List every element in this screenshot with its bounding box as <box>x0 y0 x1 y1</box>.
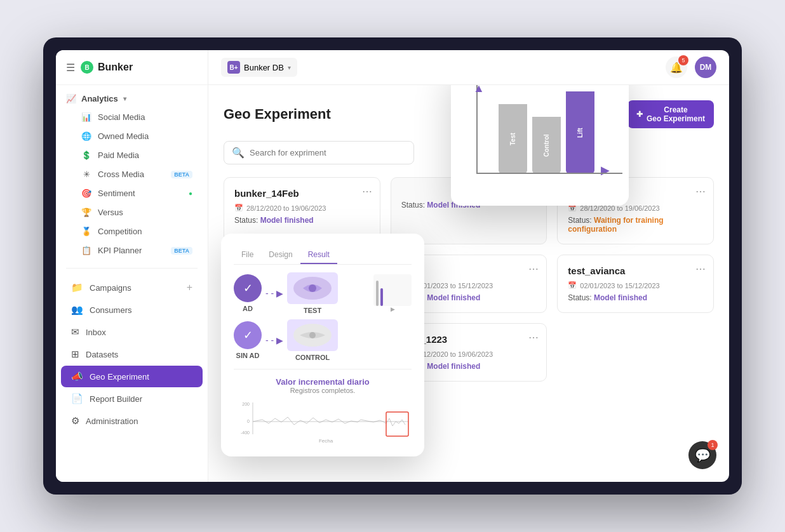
svg-point-3 <box>309 284 316 292</box>
paid-media-icon: 💲 <box>81 150 91 160</box>
geo-experiment-icon: 📣 <box>71 371 83 382</box>
mini-chart-area <box>373 274 412 306</box>
main-content: B+ Bunker DB ▾ 🔔 5 DM Geo Experiment ✚ <box>208 50 729 482</box>
divider <box>66 268 198 269</box>
analytics-section-header[interactable]: 📈 Analytics ▾ <box>56 90 208 107</box>
control-map <box>287 319 338 351</box>
tab-result[interactable]: Result <box>300 246 337 264</box>
competition-icon: 🏅 <box>81 227 91 236</box>
sinad-label: SIN AD <box>236 352 260 359</box>
page-content: Geo Experiment ✚ CreateGeo Experiment 🔍 … <box>208 85 729 482</box>
sidebar-item-report-builder[interactable]: 📄 Report Builder <box>61 388 203 409</box>
bar-test: Test <box>499 104 527 174</box>
sidebar-item-paid-media[interactable]: 💲 Paid Media <box>61 146 203 164</box>
status-value-test: Model finished <box>427 293 480 302</box>
sidebar-item-administration[interactable]: ⚙ Administration <box>61 410 203 432</box>
chart-icon: 📈 <box>66 94 76 103</box>
sidebar-item-owned-media[interactable]: 🌐 Owned Media <box>61 127 203 145</box>
sidebar-item-datasets[interactable]: ⊞ Datasets <box>61 343 203 365</box>
notification-button[interactable]: 🔔 5 <box>666 57 687 78</box>
logo-area: B Bunker <box>80 60 133 74</box>
ad-circle-col: ✓ AD <box>234 274 262 312</box>
chat-badge: 1 <box>708 440 718 450</box>
svg-point-5 <box>309 332 316 338</box>
campaigns-icon: 📁 <box>71 282 83 293</box>
cross-media-icon: ✳ <box>81 170 91 179</box>
sinad-circle-icon: ✓ <box>234 321 262 349</box>
card-status: Status: Model finished <box>234 216 370 225</box>
calendar-icon: 📅 <box>234 204 243 212</box>
notification-badge: 5 <box>678 55 688 65</box>
sidebar-item-consumers[interactable]: 👥 Consumers <box>61 299 203 321</box>
arrow-dots-2: - - ▶ <box>265 335 283 345</box>
svg-text:200: 200 <box>242 402 250 406</box>
sidebar-item-inbox[interactable]: ✉ Inbox <box>61 321 203 343</box>
add-campaign-icon[interactable]: + <box>187 282 192 293</box>
search-input[interactable] <box>250 148 406 157</box>
inbox-icon: ✉ <box>71 326 79 338</box>
sidebar-item-kpi-planner[interactable]: 📋 KPI Planner BETA <box>61 241 203 260</box>
tab-design[interactable]: Design <box>261 246 300 264</box>
mini-chart-top: ▶ <box>373 274 412 312</box>
status-value-a1: Waiting for training configuration <box>568 216 663 234</box>
datasets-icon: ⊞ <box>71 349 79 360</box>
plus-icon: ✚ <box>636 110 643 119</box>
card-menu-icon[interactable]: ⋯ <box>362 185 372 197</box>
svg-text:Fecha: Fecha <box>319 438 333 444</box>
geo-experiment-label: Geo Experiment <box>90 372 149 382</box>
sidebar-item-geo-experiment[interactable]: 📣 Geo Experiment <box>61 366 203 387</box>
report-builder-label: Report Builder <box>90 394 142 404</box>
card-status-a1: Status: Waiting for training configurati… <box>568 216 703 234</box>
y-axis-arrow: ▲ <box>473 85 485 95</box>
sidebar: ☰ B Bunker 📈 Analytics ▾ 📊 <box>56 50 208 482</box>
sidebar-item-label: Sentiment <box>98 189 182 198</box>
app-window: ☰ B Bunker 📈 Analytics ▾ 📊 <box>56 50 729 482</box>
sidebar-item-versus[interactable]: 🏆 Versus <box>61 203 203 222</box>
sidebar-item-sentiment[interactable]: 🎯 Sentiment ● <box>61 184 203 203</box>
analytics-section: 📈 Analytics ▾ 📊 Social Media 🌐 Owned Med… <box>56 85 208 265</box>
chart-title: Valor incremental diario <box>234 377 412 387</box>
card-menu-a1[interactable]: ⋯ <box>695 185 706 197</box>
sidebar-item-competition[interactable]: 🏅 Competition <box>61 222 203 241</box>
sidebar-item-social-media[interactable]: 📊 Social Media <box>61 108 203 126</box>
card-menu-test[interactable]: ⋯ <box>528 263 539 275</box>
diagram-row-sinad: ✓ SIN AD - - ▶ <box>234 319 412 361</box>
arrow-dots: - - ▶ <box>265 288 283 298</box>
bunker-logo-icon: B <box>80 60 94 74</box>
card-title: bunker_14Feb <box>234 188 370 199</box>
svg-text:B: B <box>84 64 89 71</box>
popup-chart-bottom: Valor incremental diario Registros compl… <box>234 369 412 444</box>
svg-text:-400: -400 <box>241 430 250 435</box>
card-date-avianca: 📅 02/01/2023 to 15/12/2023 <box>568 281 703 289</box>
popup-diagram: File Design Result ✓ AD - - ▶ <box>221 234 424 456</box>
administration-label: Administration <box>86 416 138 426</box>
card-menu-feb9[interactable]: ⋯ <box>528 331 539 343</box>
test-map-label: TEST <box>304 307 321 314</box>
chart-subtitle: Registros completos. <box>234 387 412 394</box>
administration-icon: ⚙ <box>71 415 79 427</box>
create-geo-experiment-button[interactable]: ✚ CreateGeo Experiment <box>627 100 714 128</box>
sidebar-item-campaigns[interactable]: 📁 Campaigns + <box>61 277 203 298</box>
x-axis-arrow: ▶ <box>601 163 610 177</box>
bar-control: Control <box>532 117 561 174</box>
db-selector[interactable]: B+ Bunker DB ▾ <box>221 58 297 77</box>
status-value-feb9: Model finished <box>427 362 480 371</box>
owned-media-icon: 🌐 <box>81 131 91 141</box>
card-status-avianca: Status: Model finished <box>568 293 703 302</box>
sidebar-header: ☰ B Bunker <box>56 50 208 85</box>
tab-file[interactable]: File <box>234 246 261 264</box>
status-value: Model finished <box>260 216 314 225</box>
consumers-icon: 👥 <box>71 304 83 316</box>
user-avatar[interactable]: DM <box>695 57 716 78</box>
control-map-col: CONTROL <box>287 319 338 361</box>
hamburger-icon[interactable]: ☰ <box>66 62 75 74</box>
page-title: Geo Experiment <box>224 106 331 123</box>
sidebar-item-label: Paid Media <box>98 150 192 160</box>
versus-icon: 🏆 <box>81 208 91 217</box>
card-menu-avianca[interactable]: ⋯ <box>695 263 706 275</box>
consumers-label: Consumers <box>90 305 131 315</box>
kpi-planner-icon: 📋 <box>81 246 91 255</box>
sidebar-item-cross-media[interactable]: ✳ Cross Media BETA <box>61 165 203 183</box>
bar-lift: Lift <box>566 91 594 174</box>
chat-button[interactable]: 💬 1 <box>688 441 716 469</box>
